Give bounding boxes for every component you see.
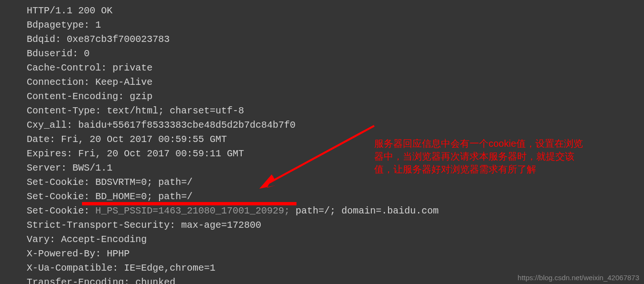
set-cookie-3-prefix: Set-Cookie: [27, 205, 95, 216]
header-content-type: Content-Type: text/html; charset=utf-8 [27, 104, 644, 118]
header-cache-control: Cache-Control: private [27, 61, 644, 75]
annotation-line-2: 器中，当浏览器再次请求本服务器时，就提交该 [374, 150, 583, 163]
header-connection: Connection: Keep-Alive [27, 75, 644, 90]
http-status-line: HTTP/1.1 200 OK [27, 4, 644, 18]
annotation-line-3: 值，让服务器好对浏览器需求有所了解 [374, 163, 583, 176]
header-strict-transport: Strict-Transport-Security: max-age=17280… [27, 218, 644, 233]
header-x-powered-by: X-Powered-By: HPHP [27, 247, 644, 261]
watermark: https://blog.csdn.net/weixin_42067873 [518, 274, 639, 282]
header-set-cookie-3: Set-Cookie: H_PS_PSSID=1463_21080_17001_… [27, 204, 644, 218]
highlight-underline [82, 202, 296, 205]
set-cookie-3-suffix: path=/; domain=.baidu.com [290, 205, 439, 216]
header-bdpagetype: Bdpagetype: 1 [27, 18, 644, 32]
annotation-arrow [257, 122, 377, 193]
annotation-line-1: 服务器回应信息中会有一个cookie值，设置在浏览 [374, 137, 583, 150]
svg-line-1 [267, 126, 374, 184]
header-vary: Vary: Accept-Encoding [27, 233, 644, 247]
header-bdqid: Bdqid: 0xe87cb3f700023783 [27, 32, 644, 47]
set-cookie-3-highlighted: H_PS_PSSID=1463_21080_17001_20929; [95, 205, 290, 216]
header-content-encoding: Content-Encoding: gzip [27, 90, 644, 104]
annotation-text: 服务器回应信息中会有一个cookie值，设置在浏览 器中，当浏览器再次请求本服务… [374, 137, 583, 176]
header-bduserid: Bduserid: 0 [27, 47, 644, 61]
